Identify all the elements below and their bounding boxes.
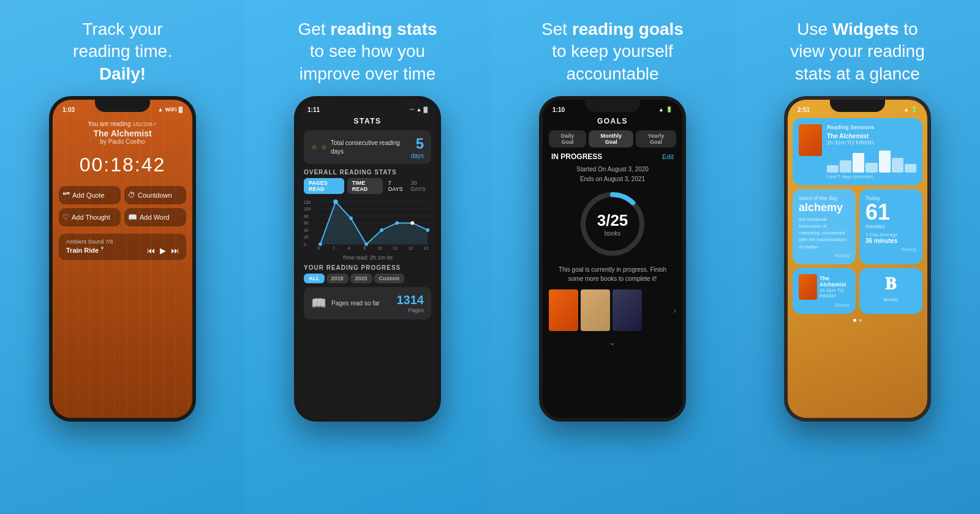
2020-tab[interactable]: 2020 — [350, 274, 372, 283]
ambient-bar: Ambient Sound 7/8 Train Ride ˅ ⏮ ▶ ⏭ — [59, 234, 186, 260]
page-dots — [788, 316, 927, 327]
book-icon: 📖 — [311, 296, 326, 310]
goal-current: 3 — [597, 211, 606, 229]
panel-widgets-heading: Use Widgets toview your readingstats at … — [790, 18, 924, 85]
bar-4 — [865, 163, 877, 173]
play-button[interactable]: ▶ — [160, 246, 166, 255]
2019-tab[interactable]: 2019 — [326, 274, 349, 283]
word-bookly: Bookly — [799, 253, 850, 258]
thought-icon: ♡ — [62, 213, 69, 222]
avg-container: 7-Day Average 36 minutes — [865, 232, 916, 244]
pages-read-tab[interactable]: PAGES READ — [304, 178, 344, 194]
add-word-label: Add Word — [140, 214, 170, 221]
alchemist-small-widget: The Alchemist 1h 31m TO FINISH Bookly — [793, 268, 856, 314]
custom-tab[interactable]: Custom — [374, 274, 405, 283]
phone-widgets: 2:51 ▲🔋 Reading Sessions The Alchemist 1… — [784, 96, 931, 422]
phone-goals: 1:10 ▲🔋 GOALS Daily Goal Monthly Goal Ye… — [539, 96, 686, 422]
pages-num: 1314 — [397, 293, 424, 307]
word-of-day-widget: Word of the day alchemy the medieval for… — [793, 189, 856, 264]
reading-sessions-widget: Reading Sessions The Alchemist 1h 31m TO… — [793, 118, 922, 185]
progress-text: 3/25 books — [597, 211, 628, 237]
svg-text:10: 10 — [377, 246, 382, 250]
countdown-icon: ⏱ — [128, 191, 135, 199]
svg-text:0: 0 — [304, 242, 306, 247]
next-button[interactable]: ⏭ — [171, 246, 179, 255]
add-word-button[interactable]: 📖 Add Word — [124, 208, 186, 226]
time-read-tab[interactable]: TIME READ — [347, 178, 383, 194]
widget-title: Reading Sessions — [827, 124, 916, 130]
word-icon: 📖 — [128, 213, 137, 222]
daily-goal-tab[interactable]: Daily Goal — [549, 130, 586, 147]
small-book-title: The Alchemist — [820, 275, 850, 288]
end-date: Ends on August 3, 2021 — [580, 176, 645, 182]
time-display-4: 2:51 — [797, 106, 810, 113]
countdown-button[interactable]: ⏱ Countdown — [124, 186, 186, 204]
today-unit: minutes — [865, 223, 916, 229]
widget-right-info: Reading Sessions The Alchemist 1h 31m TO… — [827, 124, 916, 179]
widget-alchemist-cover — [799, 124, 822, 156]
start-date: Started On August 3, 2020 — [576, 166, 649, 173]
chevron-right-icon[interactable]: › — [673, 305, 676, 315]
star-icon: ☆ — [311, 143, 317, 151]
small-book-info: The Alchemist 1h 31m TO FINISH — [820, 275, 850, 299]
book-info: You are reading 182/208✓ The Alchemist b… — [53, 116, 192, 147]
svg-text:80: 80 — [304, 214, 309, 218]
avg-val: 36 minutes — [865, 237, 916, 244]
add-thought-button[interactable]: ♡ Add Thought — [59, 208, 121, 226]
pages-label: Pages read so far — [331, 300, 380, 307]
svg-point-16 — [333, 199, 338, 204]
countdown-label: Countdown — [138, 192, 172, 199]
small-widget-row: The Alchemist 1h 31m TO FINISH — [799, 274, 850, 300]
pages-unit: Pages — [397, 307, 424, 313]
quote-icon: ❝❞ — [62, 191, 70, 199]
book-cover-beige — [581, 289, 610, 331]
book-cover-michelle — [612, 289, 642, 331]
widget-top-row: Reading Sessions The Alchemist 1h 31m TO… — [799, 124, 916, 179]
widget-book-time: 1h 31m TO FINISH — [827, 140, 916, 146]
prev-button[interactable]: ⏮ — [147, 246, 155, 255]
reading-chart: 120 100 80 60 40 20 0 — [303, 198, 432, 251]
ambient-label: Ambient Sound 7/8 — [66, 239, 179, 245]
goal-total: 25 — [610, 211, 628, 229]
word-main: alchemy — [799, 201, 850, 215]
svg-text:40: 40 — [304, 228, 309, 233]
pages-count: 1314 Pages — [397, 293, 424, 313]
panel-goals-heading: Set reading goalsto keep yourselfaccount… — [541, 18, 684, 85]
bar-6 — [892, 158, 903, 173]
all-tab[interactable]: ALL — [304, 274, 325, 283]
7-days-tab[interactable]: 7 DAYS — [386, 179, 406, 193]
phone-notch-3 — [585, 100, 640, 112]
avg-label: 7-Day Average — [865, 232, 916, 237]
30-days-tab[interactable]: 30 DAYS — [409, 179, 431, 193]
panel-track: Track your reading time. Daily! 1:03 ▲Wi… — [0, 0, 245, 514]
monthly-goal-tab[interactable]: Monthly Goal — [589, 130, 633, 147]
timer: 00:18:42 — [53, 147, 192, 182]
yearly-goal-tab[interactable]: Yearly Goal — [636, 130, 676, 147]
consecutive-num: 5 — [411, 135, 424, 152]
phone-track: 1:03 ▲WiFi▓ You are reading 182/208✓ The… — [49, 96, 196, 422]
status-icons-3: ▲🔋 — [658, 106, 673, 113]
book-cover-alchemist — [549, 289, 578, 331]
panel-stats-heading: Get reading statsto see how youimprove o… — [298, 18, 437, 85]
reading-label: You are reading — [88, 121, 130, 127]
page-dot-1 — [853, 319, 856, 322]
consecutive-text: Total consecutive reading days — [331, 139, 411, 156]
svg-text:13: 13 — [424, 246, 429, 250]
consecutive-label: Total consecutive reading days — [331, 139, 411, 156]
svg-point-20 — [395, 222, 399, 225]
bar-5 — [879, 151, 891, 173]
b-bookly: Bookly — [865, 297, 916, 302]
progress-tabs: ALL 2019 2020 Custom — [298, 274, 437, 287]
today-num: 61 — [865, 201, 916, 223]
small-book-cover — [799, 274, 817, 300]
edit-link[interactable]: Edit — [662, 153, 674, 160]
book-covers-row: › — [543, 286, 682, 335]
transport-controls[interactable]: ⏮ ▶ ⏭ — [147, 246, 179, 255]
svg-text:11: 11 — [393, 246, 398, 250]
today-bookly: Bookly — [865, 247, 916, 252]
overall-title: OVERALL READING STATS — [298, 169, 437, 178]
add-quote-button[interactable]: ❝❞ Add Quote — [59, 186, 121, 204]
progress-circle-container: 3/25 books — [579, 190, 646, 258]
panel-widgets: Use Widgets toview your readingstats at … — [735, 0, 980, 514]
days-tabs: 7 DAYS 30 DAYS — [386, 179, 431, 193]
